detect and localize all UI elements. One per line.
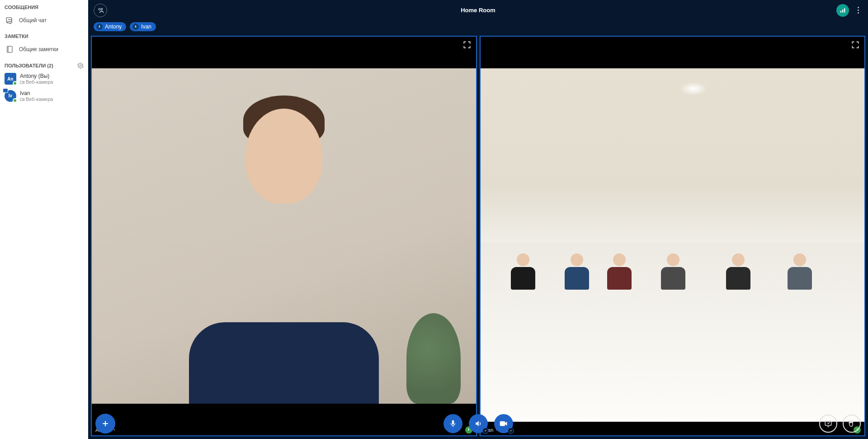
avatar-initials: Iv — [9, 93, 12, 98]
user-name-label: Ivan — [20, 90, 53, 96]
user-name-label: Antony (Вы) — [20, 73, 53, 79]
messages-label: СООБЩЕНИЯ — [5, 5, 38, 10]
status-dot-icon — [13, 81, 17, 86]
chat-icon — [5, 15, 14, 25]
gear-icon[interactable] — [77, 62, 84, 69]
mute-mic-button[interactable] — [443, 414, 462, 433]
svg-point-2 — [80, 65, 81, 67]
camera-button[interactable] — [494, 414, 513, 433]
svg-rect-3 — [20, 81, 23, 84]
speaker-name: Ivan — [141, 24, 151, 30]
connection-status-button[interactable] — [836, 4, 849, 17]
user-row-ivan[interactable]: Iv Ivan Веб-камера — [0, 88, 88, 105]
present-button[interactable] — [819, 415, 837, 433]
status-dot-icon — [13, 98, 17, 103]
user-row-antony[interactable]: An Antony (Вы) Веб-камера — [0, 71, 88, 88]
mic-icon — [96, 24, 103, 30]
avatar-initials: An — [7, 76, 13, 81]
video-feed — [481, 37, 865, 435]
video-grid: Antony — [88, 34, 868, 439]
bottom-toolbar — [88, 414, 868, 434]
notes-section-title: ЗАМЕТКИ — [0, 29, 88, 41]
user-info: Antony (Вы) Веб-камера — [20, 73, 53, 86]
shared-notes-label: Общие заметки — [19, 46, 58, 52]
video-tile-ivan: Ivan — [480, 36, 866, 436]
notes-label: ЗАМЕТКИ — [5, 33, 28, 39]
chevron-down-icon — [482, 428, 489, 434]
main-area: Home Room Antony Ivan — [88, 0, 868, 439]
user-sub-label: Веб-камера — [20, 79, 53, 85]
webcam-icon — [20, 81, 25, 84]
users-section-title: ПОЛЬЗОВАТЕЛИ (2) — [0, 58, 88, 71]
fullscreen-button[interactable] — [462, 40, 472, 50]
speaker-name: Antony — [105, 24, 122, 30]
chevron-down-icon — [508, 428, 514, 434]
svg-rect-9 — [500, 421, 505, 426]
svg-rect-7 — [842, 10, 843, 12]
messages-section-title: СООБЩЕНИЯ — [0, 0, 88, 12]
raise-hand-button[interactable] — [843, 415, 861, 433]
top-bar: Home Room — [88, 0, 868, 20]
public-chat-label: Общий чат — [19, 17, 47, 24]
svg-rect-8 — [844, 8, 845, 12]
notes-icon — [5, 44, 14, 54]
mic-icon — [132, 24, 139, 30]
user-sub-text: Веб-камера — [26, 96, 53, 102]
presenter-icon — [3, 88, 8, 93]
svg-rect-6 — [840, 11, 841, 13]
svg-rect-4 — [20, 98, 23, 101]
svg-rect-10 — [825, 421, 831, 425]
shared-notes-item[interactable]: Общие заметки — [0, 41, 88, 58]
speaker-pill-ivan[interactable]: Ivan — [130, 22, 156, 31]
fullscreen-button[interactable] — [851, 40, 861, 50]
user-info: Ivan Веб-камера — [20, 90, 53, 103]
video-feed — [92, 37, 476, 435]
users-label: ПОЛЬЗОВАТЕЛИ (2) — [5, 63, 53, 68]
actions-button[interactable] — [95, 414, 115, 434]
speaker-indicators: Antony Ivan — [88, 20, 868, 34]
audio-button[interactable] — [469, 414, 488, 433]
svg-point-5 — [101, 8, 103, 10]
video-tile-antony: Antony — [91, 36, 477, 436]
user-sub-text: Веб-камера — [26, 79, 53, 85]
avatar: Iv — [5, 90, 16, 102]
avatar: An — [5, 73, 16, 85]
svg-rect-1 — [8, 46, 12, 52]
options-menu-button[interactable] — [854, 7, 863, 14]
sidebar: СООБЩЕНИЯ Общий чат ЗАМЕТКИ Общие заметк… — [0, 0, 88, 439]
webcam-icon — [20, 98, 25, 101]
speaker-pill-antony[interactable]: Antony — [94, 22, 126, 31]
user-sub-label: Веб-камера — [20, 96, 53, 102]
toggle-userlist-button[interactable] — [94, 4, 107, 17]
room-title: Home Room — [461, 7, 495, 14]
public-chat-item[interactable]: Общий чат — [0, 12, 88, 29]
